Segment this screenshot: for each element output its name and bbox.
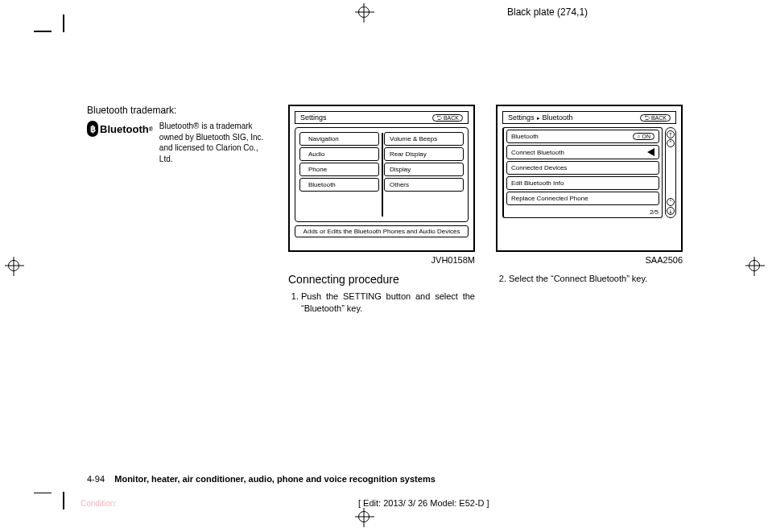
figure-1-label: JVH0158M <box>288 255 475 265</box>
on-toggle[interactable]: ON <box>633 133 654 140</box>
page-counter: 2/5 <box>504 207 662 217</box>
back-button[interactable]: ⮌ BACK <box>640 114 671 122</box>
scroll-down-icon[interactable]: ˅ <box>667 198 675 206</box>
screen-title: Settings <box>300 113 327 122</box>
bluetooth-icon: ฿ <box>87 121 98 137</box>
crop-corner-top-left <box>58 24 76 42</box>
page-footer: 4-94 Monitor, heater, air conditioner, a… <box>87 474 683 484</box>
scroll-bottom-icon[interactable]: ⤓ <box>667 207 675 215</box>
bluetooth-screen-figure: SettingsBluetooth ⮌ BACK Bluetooth ON Co… <box>496 105 683 252</box>
scroll-up-icon[interactable]: ˄ <box>667 139 675 147</box>
page-number: 4-94 <box>87 474 105 484</box>
registration-mark-right <box>749 260 760 271</box>
breadcrumb: SettingsBluetooth <box>508 113 573 122</box>
menu-item-rear-display[interactable]: Rear Display <box>384 147 464 161</box>
plate-label: Black plate (274,1) <box>507 6 588 18</box>
bt-item-bluetooth[interactable]: Bluetooth ON <box>506 130 659 143</box>
registration-mark-left <box>8 260 19 271</box>
back-button[interactable]: ⮌ BACK <box>432 114 463 122</box>
registration-mark-top <box>358 6 370 18</box>
connecting-procedure-heading: Connecting procedure <box>288 273 475 286</box>
crop-corner-bottom-left <box>58 482 76 500</box>
scroll-bar[interactable]: ⤒ ˄ ˅ ⤓ <box>665 127 676 218</box>
section-title: Monitor, heater, air conditioner, audio,… <box>114 474 436 484</box>
edit-info: [ Edit: 2013/ 3/ 26 Model: E52-D ] <box>358 498 489 508</box>
bt-item-replace-phone[interactable]: Replace Connected Phone <box>506 192 659 205</box>
menu-item-others[interactable]: Others <box>384 178 464 192</box>
column-figure-1: Settings ⮌ BACK Navigation Audio Phone B… <box>288 105 475 315</box>
bt-item-edit-info[interactable]: Edit Bluetooth Info <box>506 176 659 190</box>
bt-item-connect[interactable]: Connect Bluetooth <box>506 145 659 159</box>
pointer-arrow-icon <box>647 148 654 156</box>
step-2: Select the “Connect Bluetooth” key. <box>509 273 683 285</box>
status-bar-text: Adds or Edits the Bluetooth Phones and A… <box>295 225 469 237</box>
column-trademark: Bluetooth trademark: ฿ Bluetooth® Blueto… <box>87 105 267 315</box>
menu-item-phone[interactable]: Phone <box>299 163 379 176</box>
column-figure-2: SettingsBluetooth ⮌ BACK Bluetooth ON Co… <box>496 105 683 315</box>
trademark-heading: Bluetooth trademark: <box>87 105 267 116</box>
registration-mark-bottom <box>358 511 370 522</box>
bluetooth-logo-text: Bluetooth <box>100 123 149 135</box>
menu-item-audio[interactable]: Audio <box>299 147 379 161</box>
menu-item-bluetooth[interactable]: Bluetooth <box>299 178 379 192</box>
condition-label: Condition: <box>81 499 117 508</box>
bluetooth-logo: ฿ Bluetooth® <box>87 121 153 137</box>
bt-item-connected-devices[interactable]: Connected Devices <box>506 161 659 175</box>
settings-screen-figure: Settings ⮌ BACK Navigation Audio Phone B… <box>288 105 475 252</box>
trademark-text: Bluetooth® is a trademark owned by Bluet… <box>159 121 267 164</box>
menu-item-volume[interactable]: Volume & Beeps <box>384 132 464 146</box>
menu-item-display[interactable]: Display <box>384 163 464 176</box>
menu-item-navigation[interactable]: Navigation <box>299 132 379 146</box>
registered-mark: ® <box>149 126 153 132</box>
step-1: Push the SETTING button and select the “… <box>301 291 475 315</box>
scroll-top-icon[interactable]: ⤒ <box>667 130 675 138</box>
figure-2-label: SAA2506 <box>496 255 683 265</box>
